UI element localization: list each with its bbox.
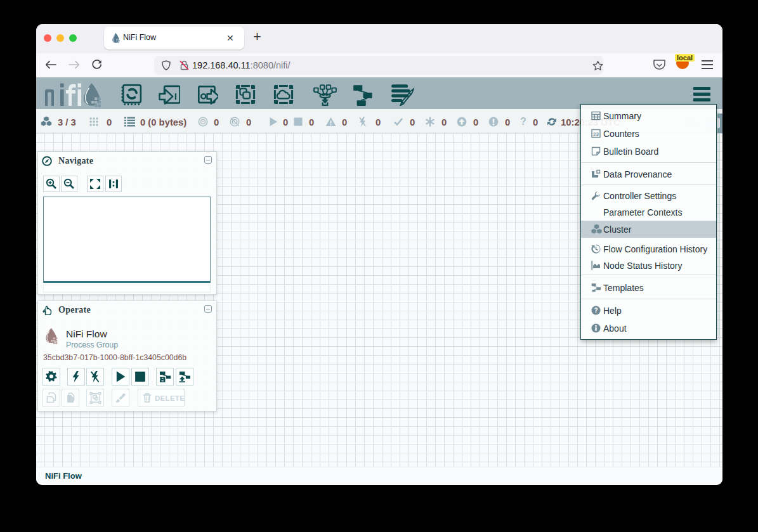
svg-text:23: 23 — [593, 131, 599, 137]
svg-text:?: ? — [594, 307, 598, 314]
